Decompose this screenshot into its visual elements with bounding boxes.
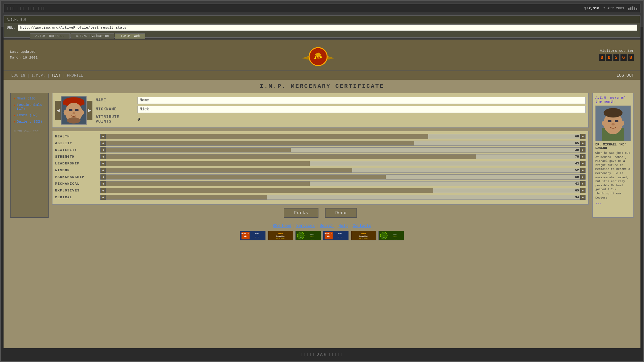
tab-aim-database[interactable]: A.I.M. Database: [30, 33, 70, 39]
stat-increase-agility[interactable]: ▶: [580, 141, 585, 146]
footer-rss[interactable]: RSS Feed: [273, 224, 291, 228]
sidebar-item-news[interactable]: ● News (10): [14, 97, 45, 100]
tab-aim-evaluation[interactable]: A.I.M. Evaluation: [71, 33, 114, 39]
stat-decrease-explosives[interactable]: ◀: [100, 188, 106, 193]
stat-increase-wisdom[interactable]: ▶: [580, 168, 585, 173]
stat-increase-explosives[interactable]: ▶: [580, 188, 585, 193]
perks-button[interactable]: Perks: [284, 208, 318, 218]
bottom-bar: ||||| OAK |||||: [1, 348, 643, 361]
badge-priority-2[interactable]: PRIORITY ▶▶ MAMA ★★★: [323, 231, 349, 240]
stat-decrease-strength[interactable]: ◀: [100, 154, 106, 159]
url-input[interactable]: [18, 24, 637, 31]
badge-radiowallet-2[interactable]: Radio ProWallet Click Here!: [351, 231, 376, 240]
sidebar-label-news: News (10): [17, 97, 36, 100]
aim-merc-title[interactable]: A.I.M. merc of the month: [595, 96, 631, 104]
portrait-next-button[interactable]: ▶: [87, 101, 92, 120]
footer-contacts[interactable]: Contacts: [353, 224, 371, 228]
stat-increase-medical[interactable]: ▶: [580, 195, 585, 200]
stat-decrease-marksmanship[interactable]: ◀: [100, 174, 106, 180]
done-button[interactable]: Done: [325, 208, 357, 218]
merc-more[interactable]: ...: [595, 201, 631, 205]
sidebar-item-gallery[interactable]: ● Gallery (32): [14, 120, 45, 124]
sidebar-item-testimonials[interactable]: ● Testimonials (17): [14, 103, 45, 111]
footer-help[interactable]: Help: [338, 224, 348, 228]
stat-name-agility: AGILITY: [55, 141, 100, 145]
url-bar-row: URL:: [4, 23, 640, 32]
footer-sep-4: |: [349, 224, 351, 228]
stat-fill-strength: [106, 154, 476, 159]
portrait-container: ◀: [55, 96, 92, 125]
stat-decrease-leadership[interactable]: ◀: [100, 161, 106, 166]
nav-sep-3: |: [62, 73, 66, 78]
nav-logout[interactable]: LOG OUT: [616, 73, 634, 78]
stat-increase-marksmanship[interactable]: ▶: [580, 174, 585, 180]
stat-name-dexterity: DEXTERITY: [55, 148, 100, 152]
badge-aoa-svg-1: AOA ALL NEW Click Here! 4.0: [296, 231, 320, 240]
footer-services[interactable]: Services: [296, 224, 315, 228]
stat-decrease-wisdom[interactable]: ◀: [100, 168, 106, 173]
stat-decrease-health[interactable]: ◀: [100, 134, 106, 139]
main-content: Last updated March 16 2001: [4, 40, 640, 348]
signal-bars: [628, 6, 637, 10]
stat-fill-health: [106, 134, 428, 139]
stat-value-medical: 34: [575, 195, 579, 200]
stat-value-dexterity: 39: [575, 148, 579, 152]
stat-increase-strength[interactable]: ▶: [580, 154, 585, 159]
stat-fill-agility: [106, 141, 414, 145]
stat-bar-strength: ◀ 78 ▶: [100, 154, 586, 159]
stat-track-wisdom: 52: [106, 168, 580, 172]
bullet-tests: ●: [14, 114, 15, 117]
bullet-testimonials: ●: [14, 104, 15, 107]
stat-increase-mechanical[interactable]: ▶: [580, 181, 585, 186]
stat-increase-health[interactable]: ▶: [580, 134, 585, 139]
nav-profile[interactable]: PROFILE: [66, 73, 84, 78]
badge-aoa-2[interactable]: AOA ALL NEW Click Here! 4.0: [378, 231, 404, 240]
badge-aoa-1[interactable]: AOA ALL NEW Click Here! 4.0: [295, 231, 321, 240]
left-sidebar: ● News (10) ● Testimonials (17) ● Tests …: [10, 93, 49, 218]
signal-bar-2: [630, 7, 631, 10]
svg-text:ProWallet: ProWallet: [276, 236, 285, 237]
badge-radiowallet-1[interactable]: Radio ProWallet Click Here!: [268, 231, 293, 240]
stat-increase-dexterity[interactable]: ▶: [580, 147, 585, 153]
browser-chrome: A.I.M. 8.0 URL: A.I.M. Database A.I.M. E…: [4, 15, 640, 38]
bottom-grip-left: |||||: [301, 353, 315, 357]
portrait-prev-button[interactable]: ◀: [55, 101, 61, 120]
nav-login[interactable]: LOG IN: [10, 73, 26, 78]
svg-text:★★★: ★★★: [338, 236, 342, 238]
nickname-input[interactable]: [137, 106, 586, 113]
svg-text:Here!: Here!: [393, 236, 397, 237]
stat-decrease-agility[interactable]: ◀: [100, 141, 106, 146]
badge-priority-1[interactable]: PRIORITY ▶▶ MAMA ★★★: [240, 231, 266, 240]
stat-increase-leadership[interactable]: ▶: [580, 161, 585, 166]
stat-decrease-dexterity[interactable]: ◀: [100, 147, 106, 153]
svg-text:AOA: AOA: [299, 233, 302, 235]
stat-decrease-mechanical[interactable]: ◀: [100, 181, 106, 186]
nav-links: LOG IN | I.M.P. | TEST | PROFILE: [10, 73, 84, 78]
footer-links: RSS Feed | Services | Search | Help | Co…: [6, 224, 638, 228]
stat-value-explosives: 69: [575, 188, 579, 193]
svg-point-11: [67, 117, 80, 124]
attr-points-row: ATTRIBUTE POINTS 0: [96, 115, 586, 124]
content-layout: ● News (10) ● Testimonials (17) ● Tests …: [4, 93, 640, 218]
imp-footer: RSS Feed | Services | Search | Help | Co…: [4, 221, 640, 243]
sidebar-item-tests[interactable]: ● Tests (87): [14, 113, 45, 117]
svg-point-18: [611, 123, 615, 125]
stat-row-agility: AGILITY ◀ 65 ▶: [55, 141, 586, 146]
stat-decrease-medical[interactable]: ◀: [100, 195, 106, 200]
sidebar-label-gallery: Gallery (32): [17, 120, 42, 124]
tab-imp-web[interactable]: I.M.P. Web: [115, 33, 145, 39]
badge-aoa-svg-2: AOA ALL NEW Click Here! 4.0: [379, 231, 403, 240]
nav-imp[interactable]: I.M.P.: [30, 73, 46, 78]
sidebar-label-tests: Tests (87): [17, 113, 38, 117]
name-input[interactable]: [137, 97, 586, 104]
stat-name-health: HEALTH: [55, 135, 100, 138]
stat-row-medical: MEDICAL ◀ 34 ▶: [55, 195, 586, 200]
stat-name-strength: STRENGTH: [55, 155, 100, 159]
sidebar-copyright: © IMP Corp 2001: [14, 130, 45, 133]
nav-test[interactable]: TEST: [50, 73, 62, 78]
footer-search[interactable]: Search: [320, 224, 334, 228]
svg-text:NEW: NEW: [300, 237, 302, 238]
stat-name-explosives: EXPLOSIVES: [55, 189, 100, 192]
bullet-gallery: ●: [14, 120, 15, 123]
counter-1: 0: [606, 54, 612, 61]
